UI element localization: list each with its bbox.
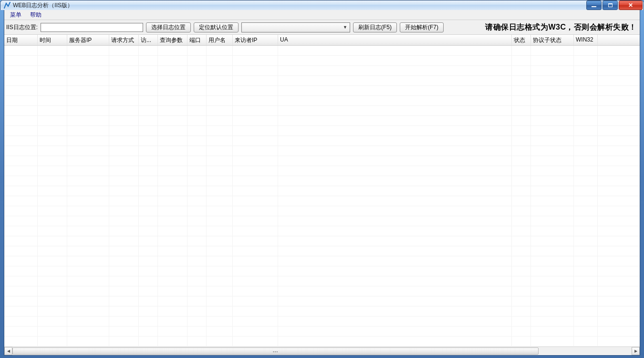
- table-row: [4, 286, 640, 296]
- table-row: [4, 146, 640, 156]
- column-header[interactable]: 状态: [512, 35, 531, 45]
- column-header[interactable]: 请求方式: [109, 35, 139, 45]
- table-row: [4, 236, 640, 246]
- column-header[interactable]: 查询参数: [158, 35, 187, 45]
- grid-header: 日期时间服务器IP请求方式访...查询参数端口用户名来访者IPUA状态协议子状态…: [4, 35, 640, 46]
- warning-text: 请确保日志格式为W3C，否则会解析失败！: [485, 22, 638, 32]
- table-row: [4, 186, 640, 196]
- maximize-button[interactable]: [602, 0, 618, 10]
- scroll-left-button[interactable]: ◀: [4, 347, 12, 355]
- column-header[interactable]: WIN32: [574, 35, 598, 45]
- table-row: [4, 316, 640, 326]
- log-file-combo[interactable]: ▼: [241, 22, 350, 32]
- client-area: 菜单 帮助 IIS日志位置: 选择日志位置 定位默认位置 ▼ 刷新日志(F5) …: [4, 10, 640, 356]
- table-row: [4, 116, 640, 126]
- column-header[interactable]: 日期: [4, 35, 38, 45]
- minimize-button[interactable]: [586, 0, 602, 10]
- table-row: [4, 337, 640, 347]
- table-row: [4, 216, 640, 226]
- window-frame: WEB日志分析（IIS版） 菜单 帮助 IIS日志位置: 选择日志位置 定位默认…: [0, 0, 644, 358]
- table-row: [4, 196, 640, 206]
- table-row: [4, 266, 640, 276]
- locate-default-button[interactable]: 定位默认位置: [194, 22, 239, 32]
- table-row: [4, 106, 640, 116]
- table-row: [4, 206, 640, 216]
- choose-log-button[interactable]: 选择日志位置: [146, 22, 191, 32]
- menu-item-help[interactable]: 帮助: [26, 10, 45, 20]
- column-header[interactable]: 端口: [187, 35, 207, 45]
- menubar: 菜单 帮助: [4, 10, 640, 20]
- menu-item-menu[interactable]: 菜单: [6, 10, 25, 20]
- table-row: [4, 166, 640, 176]
- table-row: [4, 276, 640, 286]
- scrollbar-track[interactable]: •••: [12, 347, 632, 355]
- column-header[interactable]: 来访者IP: [233, 35, 278, 45]
- table-row: [4, 246, 640, 256]
- table-row: [4, 136, 640, 146]
- column-header[interactable]: 访...: [139, 35, 158, 45]
- table-row: [4, 306, 640, 316]
- log-grid: 日期时间服务器IP请求方式访...查询参数端口用户名来访者IPUA状态协议子状态…: [4, 35, 640, 355]
- scroll-right-button[interactable]: ▶: [632, 347, 640, 355]
- table-row: [4, 46, 640, 56]
- table-row: [4, 56, 640, 66]
- table-row: [4, 96, 640, 106]
- log-path-input[interactable]: [41, 23, 143, 32]
- column-header[interactable]: 用户名: [207, 35, 233, 45]
- table-row: [4, 176, 640, 186]
- parse-button[interactable]: 开始解析(F7): [400, 22, 444, 32]
- table-row: [4, 126, 640, 136]
- log-path-label: IIS日志位置:: [6, 23, 38, 32]
- scrollbar-thumb[interactable]: •••: [12, 347, 539, 355]
- column-header[interactable]: 服务器IP: [67, 35, 109, 45]
- table-row: [4, 296, 640, 306]
- table-row: [4, 256, 640, 266]
- column-header[interactable]: UA: [278, 35, 512, 45]
- column-header[interactable]: 协议子状态: [531, 35, 574, 45]
- grid-body: [4, 46, 640, 347]
- table-row: [4, 326, 640, 337]
- app-icon: [3, 1, 11, 9]
- table-row: [4, 86, 640, 96]
- titlebar[interactable]: WEB日志分析（IIS版）: [0, 0, 644, 10]
- column-header[interactable]: 时间: [38, 35, 67, 45]
- refresh-button[interactable]: 刷新日志(F5): [353, 22, 397, 32]
- table-row: [4, 66, 640, 76]
- chevron-down-icon: ▼: [342, 24, 349, 31]
- toolbar: IIS日志位置: 选择日志位置 定位默认位置 ▼ 刷新日志(F5) 开始解析(F…: [4, 20, 640, 35]
- window-title: WEB日志分析（IIS版）: [13, 1, 73, 10]
- close-button[interactable]: [619, 0, 643, 10]
- table-row: [4, 76, 640, 86]
- horizontal-scrollbar[interactable]: ◀ ••• ▶: [4, 347, 640, 355]
- table-row: [4, 156, 640, 166]
- table-row: [4, 226, 640, 236]
- window-controls: [585, 0, 643, 10]
